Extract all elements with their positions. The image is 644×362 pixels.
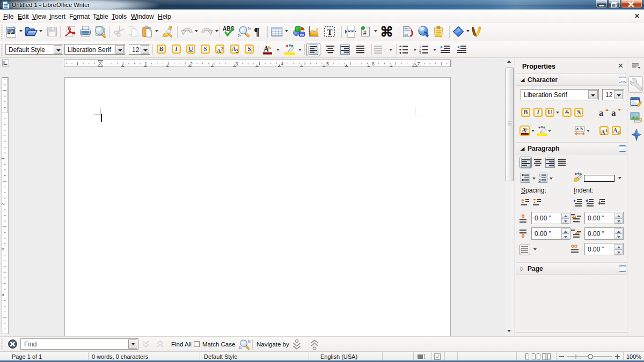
svg-text:2: 2 [2,203,6,205]
svg-text:4: 4 [281,61,283,67]
svg-text:6: 6 [372,61,375,67]
svg-text:#: # [363,30,367,36]
svg-text:3: 3 [236,61,238,67]
svg-text:4: 4 [2,293,6,296]
svg-text:a: a [576,127,579,131]
svg-text:2: 2 [190,61,193,67]
svg-text:1: 1 [2,157,6,160]
svg-text:3: 3 [419,51,421,54]
svg-text:3: 3 [2,248,6,251]
svg-text:⌘: ⌘ [380,24,393,39]
svg-text:a: a [611,108,616,117]
svg-text:a: a [599,108,604,117]
svg-text:¶: ¶ [254,25,260,38]
svg-text:T: T [327,28,333,36]
svg-text:b: b [581,127,583,131]
svg-text:A: A [264,45,269,53]
svg-text:7: 7 [417,61,420,67]
svg-text:1: 1 [539,173,541,177]
svg-text:2: 2 [539,179,541,182]
svg-text:5: 5 [326,61,329,67]
